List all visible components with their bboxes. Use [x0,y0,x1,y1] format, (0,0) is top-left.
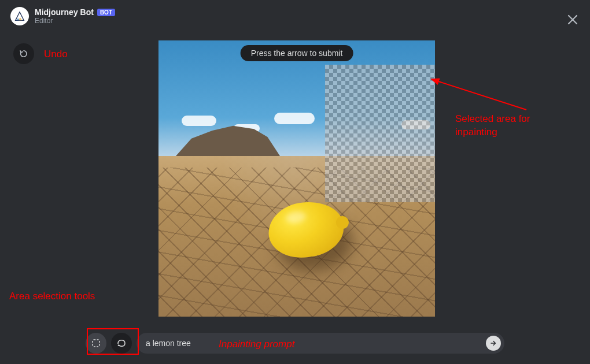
rectangle-select-tool[interactable] [86,333,106,354]
lasso-select-tool[interactable] [111,333,132,354]
header-text: Midjourney Bot BOT Editor [35,8,115,25]
submit-tooltip: Press the arrow to submit [241,45,353,61]
annotation-undo: Undo [44,49,68,60]
bot-name: Midjourney Bot [35,8,94,17]
bottom-toolbar [86,333,504,354]
rectangle-select-icon [91,338,101,348]
lasso-icon [116,338,127,348]
submit-button[interactable] [486,336,501,351]
midjourney-logo-icon [13,10,26,23]
svg-point-1 [118,345,119,346]
undo-button[interactable] [13,43,34,64]
bot-avatar [10,7,29,25]
arrow-right-icon [489,339,497,347]
bot-badge: BOT [97,9,115,16]
inpaint-selection-region[interactable] [325,65,435,202]
close-icon [566,13,580,27]
inpaint-prompt-input[interactable] [137,333,504,354]
annotation-selected-area: Selected area for inpainting [455,113,530,139]
svg-line-2 [437,81,526,110]
svg-rect-0 [93,340,99,347]
close-button[interactable] [566,13,580,27]
annotation-area-tools: Area selection tools [9,291,95,302]
editor-subtitle: Editor [35,17,115,25]
undo-icon [19,49,29,59]
editor-canvas[interactable]: Press the arrow to submit [158,40,435,317]
annotation-arrow [428,75,532,116]
editor-header: Midjourney Bot BOT Editor [0,0,590,32]
